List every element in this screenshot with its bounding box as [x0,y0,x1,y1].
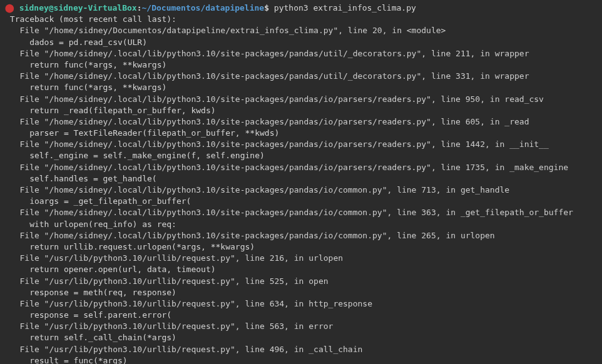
traceback-header: Traceback (most recent call last): [5,14,597,25]
prompt-dollar: $ [264,3,269,13]
traceback-code-line: with urlopen(req_info) as req: [5,219,597,230]
prompt-line-1: ⬤ sidney@sidney-VirtualBox:~/Documentos/… [5,3,597,14]
traceback-file-line: File "/home/sidney/.local/lib/python3.10… [5,162,597,173]
traceback-code-line: return func(*args, **kwargs) [5,82,597,93]
traceback-code-line: response = self.parent.error( [5,310,597,321]
traceback-file-line: File "/home/sidney/.local/lib/python3.10… [5,185,597,196]
status-indicator-icon: ⬤ [5,3,14,13]
traceback-file-line: File "/home/sidney/.local/lib/python3.10… [5,71,597,82]
traceback-file-line: File "/usr/lib/python3.10/urllib/request… [5,344,597,355]
traceback-file-line: File "/home/sidney/.local/lib/python3.10… [5,230,597,241]
traceback-file-line: File "/home/sidney/.local/lib/python3.10… [5,116,597,128]
traceback-code-line: return opener.open(url, data, timeout) [5,264,597,275]
traceback-code-line: return func(*args, **kwargs) [5,59,597,71]
prompt-separator: : [137,3,142,13]
prompt-user-host: sidney@sidney-VirtualBox [19,3,137,13]
traceback-code-line: self.handles = get_handle( [5,173,597,185]
traceback-code-line: return self._call_chain(*args) [5,332,597,343]
traceback-file-line: File "/home/sidney/.local/lib/python3.10… [5,139,597,150]
traceback-file-line: File "/home/sidney/.local/lib/python3.10… [5,48,597,59]
traceback-code-line: ioargs = _get_filepath_or_buffer( [5,196,597,207]
traceback-code-line: parser = TextFileReader(filepath_or_buff… [5,128,597,139]
traceback-file-line: File "/usr/lib/python3.10/urllib/request… [5,253,597,264]
prompt-path: ~/Documentos/datapipeline [142,3,265,13]
terminal-output[interactable]: ⬤ sidney@sidney-VirtualBox:~/Documentos/… [5,3,597,364]
traceback-file-line: File "/usr/lib/python3.10/urllib/request… [5,321,597,332]
traceback-file-line: File "/home/sidney/.local/lib/python3.10… [5,207,597,218]
traceback-code-line: return _read(filepath_or_buffer, kwds) [5,105,597,116]
traceback-frames: File "/home/sidney/Documentos/datapipeli… [5,25,597,364]
traceback-code-line: result = func(*args) [5,355,597,364]
traceback-file-line: File "/usr/lib/python3.10/urllib/request… [5,298,597,310]
traceback-file-line: File "/home/sidney/Documentos/datapipeli… [5,25,597,36]
traceback-code-line: dados = pd.read_csv(ULR) [5,37,597,48]
traceback-code-line: return urllib.request.urlopen(*args, **k… [5,241,597,253]
traceback-code-line: response = meth(req, response) [5,287,597,298]
command-text: python3 extrai_infos_clima.py [274,3,416,13]
traceback-code-line: self._engine = self._make_engine(f, self… [5,150,597,161]
traceback-file-line: File "/home/sidney/.local/lib/python3.10… [5,94,597,105]
traceback-file-line: File "/usr/lib/python3.10/urllib/request… [5,276,597,287]
